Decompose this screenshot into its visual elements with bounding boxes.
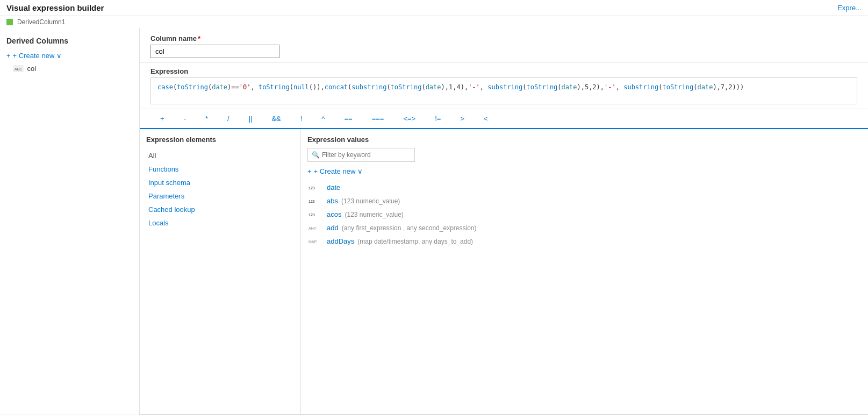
value-params: (123 numeric_value) <box>345 211 403 218</box>
expression-label: Expression <box>150 67 857 75</box>
create-new-label: + Create new <box>314 167 356 175</box>
sidebar: Derived Columns + + Create new ∨ abccol <box>0 28 140 415</box>
expr-value-list: 123date123abs(123 numeric_value)123acos(… <box>307 181 862 248</box>
expr-element-item[interactable]: Locals <box>146 216 294 230</box>
value-name: addDays <box>327 237 354 245</box>
derived-column-icon <box>6 19 13 25</box>
create-new-label: + Create new <box>13 52 55 60</box>
expr-value-item[interactable]: 123acos(123 numeric_value) <box>307 208 862 221</box>
value-name: abs <box>327 197 338 205</box>
expr-elements-title: Expression elements <box>146 136 294 144</box>
sidebar-items-list: abccol <box>0 62 139 75</box>
value-params: (123 numeric_value) <box>341 197 400 205</box>
expr-element-item[interactable]: All <box>146 149 294 162</box>
operator-btn[interactable]: + <box>150 112 174 125</box>
breadcrumb-item: DerivedColumn1 <box>17 18 65 26</box>
sidebar-item[interactable]: abccol <box>0 62 139 75</box>
column-name-section: Column name* <box>140 28 868 63</box>
column-name-label: Column name* <box>150 34 857 42</box>
sidebar-item-label: col <box>27 65 36 73</box>
chevron-down-icon: ∨ <box>357 167 363 175</box>
chevron-down-icon: ∨ <box>56 52 62 60</box>
expr-value-item[interactable]: 123date <box>307 181 862 194</box>
operator-btn[interactable]: / <box>218 112 239 125</box>
value-badge: map <box>309 238 324 244</box>
operator-btn[interactable]: * <box>196 112 218 125</box>
value-name: acos <box>327 210 341 218</box>
preview-header: Data preview ↻ Refresh <box>0 415 868 419</box>
value-badge: 123 <box>309 211 324 217</box>
operator-btn[interactable]: < <box>474 112 498 125</box>
expression-values: Expression values 🔍 + + Create new ∨ 123… <box>301 129 868 414</box>
expr-element-item[interactable]: Functions <box>146 162 294 176</box>
column-name-input[interactable] <box>150 45 279 58</box>
expression-elements: Expression elements AllFunctionsInput sc… <box>140 129 301 414</box>
operator-btn[interactable]: ^ <box>312 112 334 125</box>
operators-bar: +-*/||&&!^=====<=>!=>< <box>140 109 868 129</box>
expr-elem-list: AllFunctionsInput schemaParametersCached… <box>146 149 294 230</box>
expr-value-item[interactable]: anyadd(any first_expression , any second… <box>307 221 862 235</box>
operator-btn[interactable]: <=> <box>393 112 425 125</box>
page-title: Visual expression builder <box>6 3 104 12</box>
expression-section: Expression case(toString(date)=='0', toS… <box>140 63 868 109</box>
header: Visual expression builder Expre... <box>0 0 868 16</box>
value-badge: any <box>309 225 324 231</box>
operator-btn[interactable]: - <box>174 112 196 125</box>
expression-box[interactable]: case(toString(date)=='0', toString(null(… <box>150 77 857 104</box>
operator-btn[interactable]: ! <box>291 112 312 125</box>
expression-panels: Expression elements AllFunctionsInput sc… <box>140 129 868 415</box>
create-new-btn[interactable]: + + Create new ∨ <box>0 49 139 62</box>
value-badge: 123 <box>309 184 324 190</box>
search-icon: 🔍 <box>312 151 320 159</box>
operator-btn[interactable]: && <box>262 112 290 125</box>
expr-element-item[interactable]: Input schema <box>146 176 294 189</box>
plus-icon: + <box>307 167 312 175</box>
operator-btn[interactable]: > <box>450 112 474 125</box>
breadcrumb: DerivedColumn1 <box>0 16 868 28</box>
filter-input[interactable] <box>307 148 415 162</box>
value-name: add <box>327 224 339 232</box>
sidebar-item-badge: abc <box>13 65 24 72</box>
expr-element-item[interactable]: Parameters <box>146 189 294 203</box>
operator-btn[interactable]: === <box>362 112 394 125</box>
expr-link[interactable]: Expre... <box>837 4 862 12</box>
expr-value-item[interactable]: mapaddDays(map date/timestamp, any days_… <box>307 235 862 248</box>
operator-btn[interactable]: || <box>239 112 262 125</box>
operator-btn[interactable]: == <box>334 112 362 125</box>
expr-element-item[interactable]: Cached lookup <box>146 203 294 216</box>
value-badge: 123 <box>309 198 324 204</box>
right-panel: Column name* Expression case(toString(da… <box>140 28 868 415</box>
operator-btn[interactable]: != <box>425 112 450 125</box>
data-preview: Data preview ↻ Refresh Output: col abcda… <box>0 415 868 419</box>
expr-value-item[interactable]: 123abs(123 numeric_value) <box>307 194 862 208</box>
sidebar-section-title: Derived Columns <box>0 32 139 49</box>
filter-input-wrap: 🔍 <box>307 148 862 162</box>
main-layout: Derived Columns + + Create new ∨ abccol … <box>0 28 868 415</box>
value-name: date <box>327 183 340 191</box>
expr-values-title: Expression values <box>307 136 862 144</box>
plus-icon: + <box>6 52 11 60</box>
value-params: (any first_expression , any second_expre… <box>342 224 477 232</box>
value-params: (map date/timestamp, any days_to_add) <box>357 238 473 245</box>
expr-create-new-btn[interactable]: + + Create new ∨ <box>307 167 862 175</box>
